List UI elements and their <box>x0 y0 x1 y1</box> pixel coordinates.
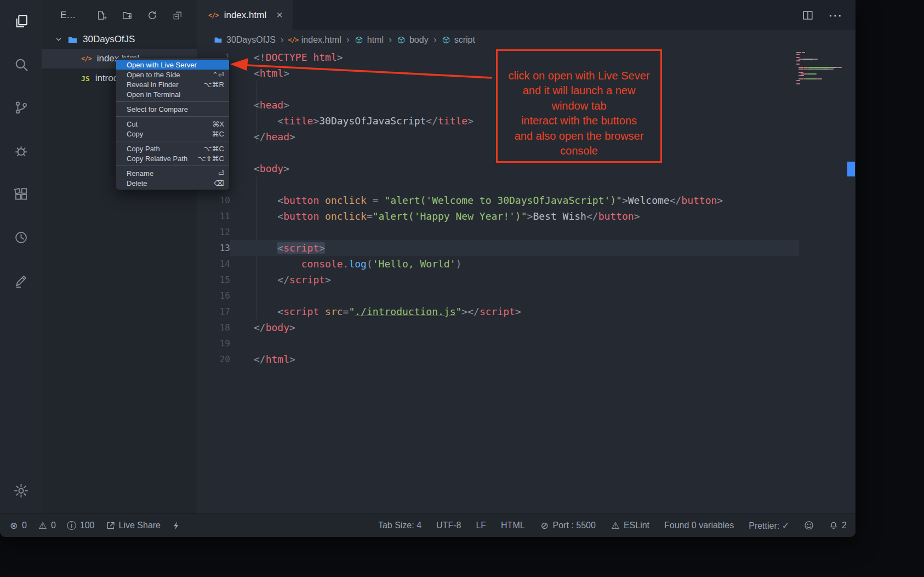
line-number[interactable]: 12 <box>197 224 230 240</box>
minimap-line <box>796 57 847 58</box>
activity-run-debug[interactable] <box>8 138 34 164</box>
code-line[interactable]: 13 <script> <box>197 240 855 256</box>
code-line[interactable]: 20</html> <box>197 351 855 367</box>
menu-item-shortcut: ⌘X <box>212 120 224 128</box>
line-number[interactable]: 15 <box>197 272 230 288</box>
status-prettier[interactable]: Prettier: ✓ <box>749 521 789 531</box>
status-eol[interactable]: LF <box>476 521 486 530</box>
status-variables[interactable]: Found 0 variables <box>664 521 734 530</box>
explorer-action-collapse-all[interactable] <box>172 10 183 21</box>
status-variables-label: Found 0 variables <box>664 521 734 530</box>
activity-extensions[interactable] <box>8 181 34 207</box>
breadcrumb-item-body[interactable]: body <box>397 35 429 45</box>
code-line[interactable]: 18</body> <box>197 319 855 335</box>
status-feedback-smiley[interactable]: ☺ <box>804 521 814 530</box>
code-line[interactable]: 17 <script src="./introduction.js"></scr… <box>197 304 855 319</box>
line-number[interactable]: 18 <box>197 319 230 335</box>
minimap-line <box>796 80 847 81</box>
settings-icon <box>13 483 29 499</box>
status-eslint-label: ESLint <box>624 521 649 530</box>
activity-history[interactable] <box>8 224 34 250</box>
feedback-icon <box>13 273 29 289</box>
html-file-icon: </> <box>289 36 298 44</box>
menu-item-delete[interactable]: Delete⌫ <box>116 178 229 188</box>
line-number[interactable]: 16 <box>197 288 230 304</box>
menu-item-label: Open with Live Server <box>127 61 197 69</box>
editor-action-more-actions[interactable]: ⋯ <box>829 9 841 21</box>
minimap-line <box>796 52 847 53</box>
explorer-action-new-file[interactable] <box>96 10 107 21</box>
activity-source-control[interactable] <box>8 94 34 121</box>
line-number[interactable]: 17 <box>197 304 230 319</box>
menu-item-label: Rename <box>127 169 153 178</box>
line-number[interactable]: 14 <box>197 256 230 272</box>
close-icon[interactable]: × <box>276 9 283 21</box>
status-live-share[interactable]: Live Share <box>106 521 161 530</box>
line-number[interactable]: 13 <box>197 240 230 256</box>
js-file-icon: JS <box>81 75 90 83</box>
minimap[interactable] <box>796 52 847 85</box>
line-number[interactable]: 11 <box>197 208 230 224</box>
code-line[interactable]: 8<body> <box>197 161 855 176</box>
status-encoding[interactable]: UTF-8 <box>436 521 461 530</box>
line-number[interactable]: 19 <box>197 335 230 351</box>
status-notifications[interactable]: 2 <box>829 521 847 530</box>
minimap-line <box>796 55 847 56</box>
line-number[interactable]: 20 <box>197 351 230 367</box>
breadcrumb-item-html[interactable]: html <box>355 35 384 45</box>
menu-item-rename[interactable]: Rename⏎ <box>116 168 229 178</box>
menu-item-label: Copy Relative Path <box>127 155 187 163</box>
menu-item-copy-path[interactable]: Copy Path⌥⌘C <box>116 144 229 153</box>
minimap-line <box>796 70 847 71</box>
line-number[interactable]: 10 <box>197 192 230 208</box>
status-eslint[interactable]: ⚠ESLint <box>611 521 649 530</box>
new-folder-icon <box>122 10 133 21</box>
breadcrumb-label: index.html <box>301 35 341 45</box>
code-line[interactable]: 12 <box>197 224 855 240</box>
minimap-line <box>796 59 847 60</box>
more-actions-icon: ⋯ <box>829 9 841 21</box>
menu-item-select-for-compare[interactable]: Select for Compare <box>116 104 229 114</box>
status-port[interactable]: ⊘Port : 5500 <box>540 521 596 530</box>
code-line[interactable]: 9 <box>197 176 855 192</box>
code-line[interactable]: 11 <button onclick="alert('Happy New Yea… <box>197 208 855 224</box>
code-line[interactable]: 14 console.log('Hello, World') <box>197 256 855 272</box>
line-content <box>230 335 799 351</box>
status-lightning[interactable] <box>172 521 181 530</box>
breadcrumb-item-30daysofjs[interactable]: 30DaysOfJS <box>214 35 276 45</box>
activity-explorer[interactable] <box>8 8 34 34</box>
status-tab-size[interactable]: Tab Size: 4 <box>378 521 421 530</box>
line-content: </script> <box>230 272 799 288</box>
activity-search[interactable] <box>8 51 34 77</box>
code-line[interactable]: 16 <box>197 288 855 304</box>
chevron-right-icon: › <box>281 34 284 45</box>
menu-item-copy[interactable]: Copy⌘C <box>116 129 229 139</box>
status-language-mode[interactable]: HTML <box>501 521 525 530</box>
folder-root[interactable]: 30DaysOfJS <box>42 30 197 49</box>
explorer-action-new-folder[interactable] <box>122 10 133 21</box>
activity-feedback[interactable] <box>8 267 34 294</box>
editor-action-split-editor[interactable] <box>802 9 814 21</box>
menu-item-open-to-the-side[interactable]: Open to the Side⌃⏎ <box>116 70 229 79</box>
activity-settings[interactable] <box>8 477 34 504</box>
status-errors[interactable]: ⊗0 <box>9 521 27 530</box>
breadcrumb-item-script[interactable]: script <box>442 35 475 45</box>
menu-item-open-with-live-server[interactable]: Open with Live Server <box>116 60 229 70</box>
menu-item-shortcut: ⌥⇧⌘C <box>198 155 224 163</box>
line-content <box>230 176 799 192</box>
menu-item-reveal-in-finder[interactable]: Reveal in Finder⌥⌘R <box>116 79 229 89</box>
explorer-action-refresh[interactable] <box>147 10 158 21</box>
menu-item-cut[interactable]: Cut⌘X <box>116 119 229 129</box>
info-icon: ⓘ <box>67 521 77 530</box>
status-language-mode-label: HTML <box>501 521 525 530</box>
tab-index-html[interactable]: </> index.html × <box>197 0 293 30</box>
code-line[interactable]: 19 <box>197 335 855 351</box>
scrollbar[interactable] <box>847 49 855 513</box>
menu-item-copy-relative-path[interactable]: Copy Relative Path⌥⇧⌘C <box>116 153 229 163</box>
status-warnings[interactable]: ⚠0 <box>38 521 56 530</box>
code-line[interactable]: 10 <button onclick = "alert('Welcome to … <box>197 192 855 208</box>
breadcrumb-item-index-html[interactable]: </>index.html <box>289 35 341 45</box>
status-info[interactable]: ⓘ100 <box>67 521 95 530</box>
menu-item-open-in-terminal[interactable]: Open in Terminal <box>116 89 229 99</box>
code-line[interactable]: 15 </script> <box>197 272 855 288</box>
